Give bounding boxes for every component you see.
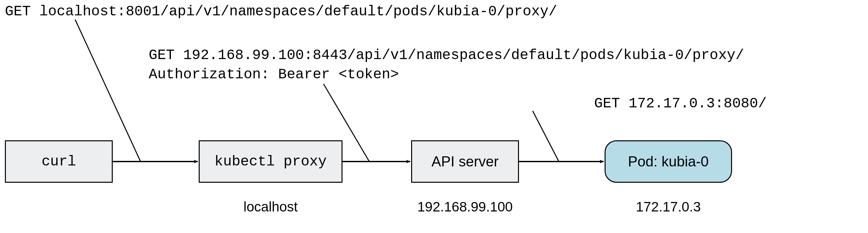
request-2-text: GET 192.168.99.100:8443/api/v1/namespace… xyxy=(149,46,744,85)
request-1-text: GET localhost:8001/api/v1/namespaces/def… xyxy=(5,2,557,21)
connector-req3 xyxy=(533,111,559,162)
request-2-line2: Authorization: Bearer <token> xyxy=(149,66,399,82)
request-2-line1: GET 192.168.99.100:8443/api/v1/namespace… xyxy=(149,47,744,63)
node-kubectl-proxy-label: kubectl proxy xyxy=(214,154,327,170)
node-curl: curl xyxy=(5,140,113,183)
node-api-server-label: API server xyxy=(431,154,498,170)
node-curl-label: curl xyxy=(41,154,76,170)
node-pod-kubia-0: Pod: kubia-0 xyxy=(604,140,732,183)
host-label-pod: 172.17.0.3 xyxy=(604,199,732,215)
host-label-api-server: 192.168.99.100 xyxy=(411,199,519,215)
node-pod-label: Pod: kubia-0 xyxy=(628,154,709,170)
node-api-server: API server xyxy=(411,140,519,183)
request-3-text: GET 172.17.0.3:8080/ xyxy=(594,94,767,113)
node-kubectl-proxy: kubectl proxy xyxy=(199,140,342,183)
host-label-kubectl-proxy: localhost xyxy=(199,199,342,215)
